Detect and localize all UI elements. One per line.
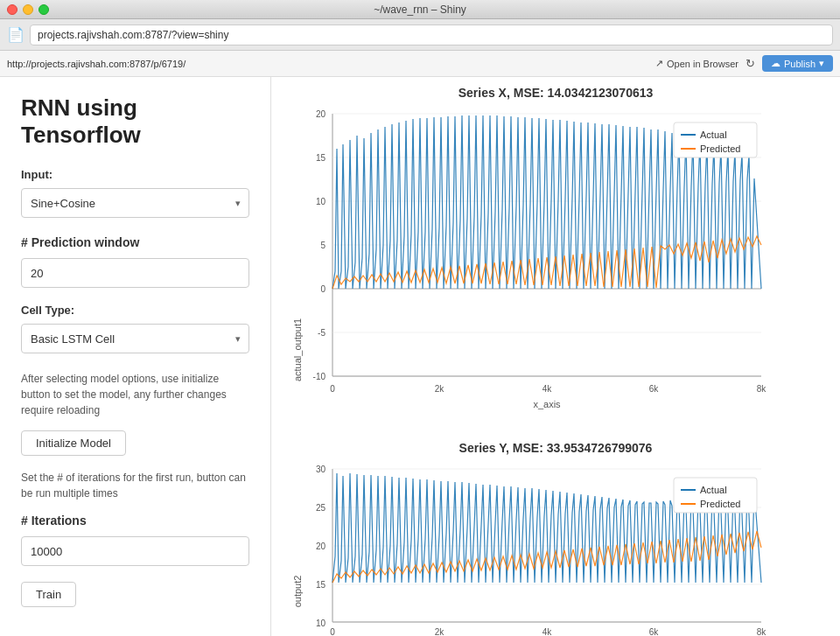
train-button[interactable]: Train: [21, 582, 76, 607]
chart2-container: Series Y, MSE: 33.9534726799076 output2 …: [289, 441, 822, 636]
external-link-icon: ↗: [655, 58, 663, 69]
chart1-svg: actual_output1 20 15 10: [289, 105, 796, 420]
addressbar: 📄: [0, 19, 840, 51]
refresh-button[interactable]: ↻: [746, 57, 755, 70]
prediction-window-input[interactable]: [21, 258, 249, 288]
svg-text:30: 30: [316, 465, 326, 474]
close-button[interactable]: [7, 4, 18, 15]
chart2-svg-wrapper: output2 30 25 20 15 10: [289, 460, 822, 636]
open-browser-button[interactable]: ↗ Open in Browser: [655, 58, 738, 69]
sidebar: RNN using Tensorflow Input: Sine+CosineS…: [0, 77, 271, 636]
svg-text:15: 15: [316, 580, 326, 590]
chart2-y-label: output2: [292, 576, 303, 608]
svg-text:20: 20: [316, 542, 326, 551]
iterations-help-text: Set the # of iterations for the first ru…: [21, 470, 249, 501]
svg-text:8k: 8k: [757, 627, 767, 636]
svg-text:4k: 4k: [542, 627, 553, 636]
publish-button[interactable]: ☁ Publish ▾: [762, 55, 833, 72]
publish-icon: ☁: [771, 58, 780, 69]
svg-text:Predicted: Predicted: [700, 499, 740, 509]
svg-text:2k: 2k: [435, 627, 445, 636]
svg-text:0: 0: [320, 284, 326, 294]
chart1-title: Series X, MSE: 14.0342123070613: [289, 86, 822, 100]
charts-area: Series X, MSE: 14.0342123070613 actual_o…: [271, 77, 840, 636]
input-label: Input:: [21, 168, 249, 181]
cell-type-label: Cell Type:: [21, 304, 249, 317]
page-icon: 📄: [7, 26, 24, 43]
svg-text:10: 10: [316, 197, 326, 206]
input-select[interactable]: Sine+CosineSineCosine: [21, 188, 249, 218]
svg-text:5: 5: [320, 241, 326, 250]
cell-type-select[interactable]: Basic LSTM CellGRU CellLSTM Cell: [21, 324, 249, 353]
titlebar: ~/wave_rnn – Shiny: [0, 0, 840, 19]
urlbar: http://projects.rajivshah.com:8787/p/671…: [0, 51, 840, 77]
minimize-button[interactable]: [23, 4, 33, 15]
svg-text:0: 0: [330, 627, 335, 636]
chart1-container: Series X, MSE: 14.0342123070613 actual_o…: [289, 86, 822, 423]
chart1-svg-wrapper: actual_output1 20 15 10: [289, 105, 822, 423]
svg-text:10: 10: [316, 619, 326, 628]
input-select-wrapper: Sine+CosineSineCosine ▾: [21, 188, 249, 218]
iterations-title: # Iterations: [21, 514, 249, 528]
svg-text:4k: 4k: [542, 384, 553, 394]
chart2-title: Series Y, MSE: 33.9534726799076: [289, 441, 822, 455]
svg-text:x_axis: x_axis: [533, 399, 561, 409]
svg-text:0: 0: [330, 384, 335, 394]
svg-text:Actual: Actual: [700, 485, 727, 495]
svg-text:6k: 6k: [649, 627, 660, 636]
svg-text:2k: 2k: [435, 384, 445, 394]
chart1-y-label: actual_output1: [292, 318, 303, 381]
maximize-button[interactable]: [38, 4, 49, 15]
svg-text:-10: -10: [313, 372, 326, 381]
address-input[interactable]: [30, 24, 833, 45]
svg-text:25: 25: [316, 503, 326, 513]
svg-text:8k: 8k: [757, 384, 767, 394]
svg-text:-5: -5: [318, 328, 326, 338]
svg-text:6k: 6k: [649, 384, 660, 394]
chevron-down-icon: ▾: [819, 58, 824, 69]
svg-text:20: 20: [316, 109, 326, 119]
prediction-window-title: # Prediction window: [21, 235, 249, 249]
app-container: RNN using Tensorflow Input: Sine+CosineS…: [0, 77, 840, 636]
url-text: http://projects.rajivshah.com:8787/p/671…: [7, 59, 648, 69]
chart2-svg: output2 30 25 20 15 10: [289, 460, 796, 636]
iterations-input[interactable]: [21, 536, 249, 566]
cell-type-select-wrapper: Basic LSTM CellGRU CellLSTM Cell ▾: [21, 324, 249, 353]
initialize-model-button[interactable]: Initialize Model: [21, 430, 126, 456]
traffic-lights: [7, 4, 49, 15]
svg-text:15: 15: [316, 153, 326, 163]
model-help-text: After selecting model options, use initi…: [21, 371, 249, 418]
svg-text:Actual: Actual: [700, 129, 727, 140]
app-title: RNN using Tensorflow: [21, 94, 249, 149]
window-title: ~/wave_rnn – Shiny: [374, 3, 466, 16]
svg-text:Predicted: Predicted: [700, 143, 740, 154]
